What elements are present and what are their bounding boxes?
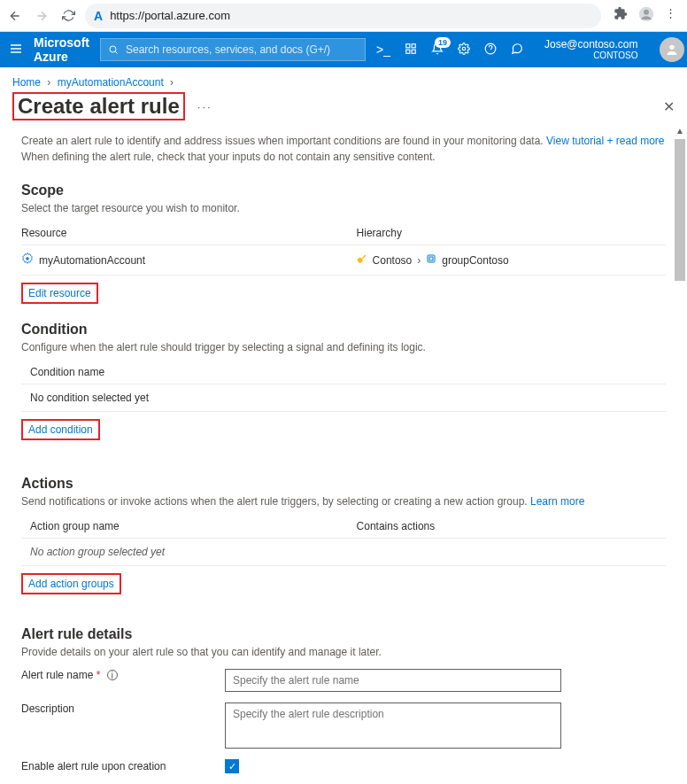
description-label: Description: [21, 702, 225, 715]
svg-point-2: [110, 46, 116, 52]
col-condition-name: Condition name: [21, 366, 357, 378]
condition-table-header: Condition name: [21, 361, 666, 384]
info-icon[interactable]: i: [107, 670, 118, 680]
tutorial-link[interactable]: View tutorial + read more: [546, 135, 665, 147]
actions-empty-row: No action group selected yet: [21, 539, 666, 566]
reload-button[interactable]: [58, 6, 78, 26]
condition-empty-row: No condition selected yet: [21, 384, 666, 412]
close-icon[interactable]: ✕: [663, 98, 675, 115]
scope-heading: Scope: [21, 182, 666, 198]
condition-subtext: Configure when the alert rule should tri…: [21, 341, 666, 353]
page-header: Create alert rule ··· ✕: [0, 92, 687, 126]
portal-brand: Microsoft Azure: [34, 35, 89, 64]
actions-table-header: Action group name Contains actions: [21, 515, 666, 539]
svg-rect-6: [412, 50, 415, 53]
svg-point-10: [26, 257, 29, 260]
page-title: Create alert rule: [12, 92, 185, 120]
user-tenant: CONTOSO: [544, 50, 638, 60]
back-button[interactable]: [5, 6, 25, 26]
hierarchy-tenant: Contoso: [373, 254, 413, 267]
breadcrumb-home[interactable]: Home: [12, 76, 41, 89]
automation-account-icon: [21, 252, 34, 268]
scrollbar[interactable]: ▲: [675, 126, 685, 784]
azure-logo-icon: A: [94, 9, 103, 23]
rule-name-label: Alert rule name * i: [21, 669, 225, 681]
resource-name: myAutomationAccount: [39, 254, 145, 267]
page-more-menu[interactable]: ···: [197, 100, 212, 113]
edit-resource-link[interactable]: Edit resource: [21, 283, 98, 304]
chevron-right-icon: ›: [170, 76, 174, 89]
add-condition-link[interactable]: Add condition: [21, 419, 100, 440]
scope-subtext: Select the target resource you wish to m…: [21, 202, 666, 214]
actions-empty-text: No action group selected yet: [21, 546, 357, 558]
add-action-groups-link[interactable]: Add action groups: [21, 573, 121, 594]
chevron-right-icon: ›: [47, 76, 50, 89]
resource-group-icon: [426, 253, 436, 267]
breadcrumb-account[interactable]: myAutomationAccount: [58, 76, 164, 89]
svg-rect-12: [429, 257, 433, 260]
key-icon: [357, 253, 367, 267]
profile-icon[interactable]: [638, 6, 654, 25]
condition-empty-text: No condition selected yet: [21, 392, 357, 404]
description-input[interactable]: [225, 702, 561, 749]
col-hierarchy: Hierarchy: [357, 227, 666, 239]
feedback-icon[interactable]: [511, 43, 523, 58]
col-contains-actions: Contains actions: [357, 520, 666, 532]
url-text: https://portal.azure.com: [110, 9, 230, 22]
hamburger-menu-icon[interactable]: [9, 42, 23, 58]
enable-checkbox[interactable]: ✓: [225, 759, 239, 773]
details-heading: Alert rule details: [21, 626, 666, 642]
breadcrumb: Home › myAutomationAccount ›: [0, 67, 687, 92]
directories-icon[interactable]: [405, 43, 417, 58]
user-account[interactable]: Jose@contoso.com CONTOSO: [544, 39, 638, 60]
actions-heading: Actions: [21, 476, 666, 492]
enable-label: Enable alert rule upon creation: [21, 760, 225, 772]
global-search[interactable]: [100, 38, 366, 61]
forward-button[interactable]: [32, 6, 51, 26]
chrome-menu-icon[interactable]: ⋮: [665, 6, 676, 25]
col-action-group: Action group name: [21, 520, 357, 532]
svg-rect-3: [406, 43, 410, 47]
search-input[interactable]: [124, 43, 358, 57]
avatar[interactable]: [660, 37, 684, 62]
actions-subtext: Send notifications or invoke actions whe…: [21, 495, 666, 508]
details-subtext: Provide details on your alert rule so th…: [21, 646, 666, 658]
settings-icon[interactable]: [458, 43, 470, 58]
url-bar[interactable]: A https://portal.azure.com: [85, 4, 601, 28]
cloud-shell-icon[interactable]: >_: [376, 43, 390, 57]
content-area: Create an alert rule to identify and add…: [0, 126, 687, 784]
svg-rect-4: [412, 43, 415, 47]
svg-rect-5: [406, 50, 410, 53]
notifications-icon[interactable]: [431, 43, 444, 58]
condition-heading: Condition: [21, 322, 666, 338]
svg-point-1: [644, 10, 649, 15]
svg-rect-11: [428, 255, 435, 262]
scope-row: myAutomationAccount Contoso › groupConto…: [21, 245, 666, 276]
rule-name-input[interactable]: [225, 669, 561, 692]
page-description: Create an alert rule to identify and add…: [21, 133, 666, 165]
help-icon[interactable]: [484, 43, 497, 58]
scroll-thumb[interactable]: [675, 139, 685, 281]
col-resource: Resource: [21, 227, 357, 239]
chevron-right-icon: ›: [417, 254, 421, 267]
actions-learn-more-link[interactable]: Learn more: [530, 495, 584, 508]
portal-header: Microsoft Azure >_ Jose@contoso.com CONT…: [0, 32, 687, 67]
svg-point-7: [462, 47, 466, 50]
user-email: Jose@contoso.com: [544, 39, 638, 50]
scroll-up-icon[interactable]: ▲: [675, 126, 684, 136]
hierarchy-group: groupContoso: [442, 254, 508, 267]
browser-chrome: A https://portal.azure.com ⋮: [0, 0, 687, 32]
scope-table-header: Resource Hierarchy: [21, 221, 666, 245]
svg-point-9: [669, 45, 674, 50]
extensions-icon[interactable]: [614, 6, 628, 25]
